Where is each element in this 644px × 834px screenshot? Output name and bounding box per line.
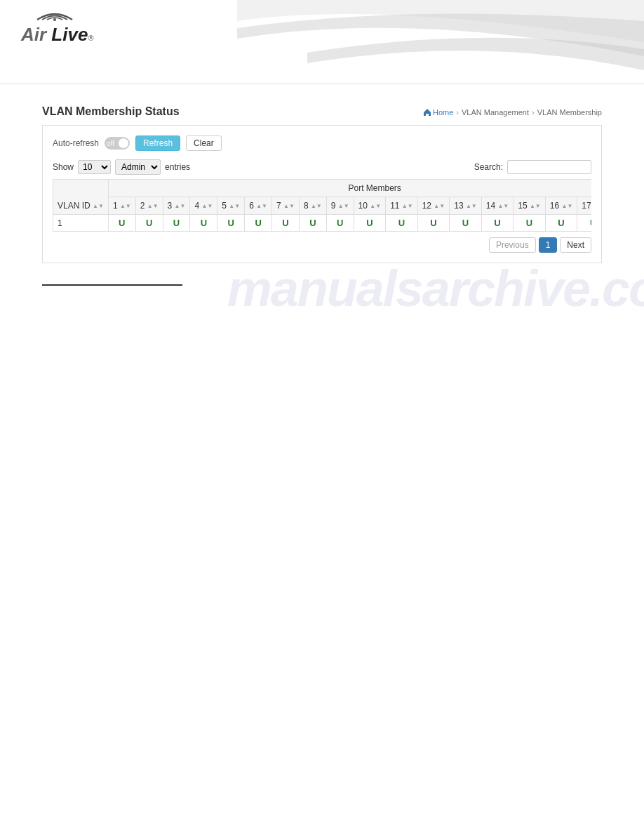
port-cell-13: U <box>481 215 514 232</box>
port-u-icon: U <box>558 218 564 228</box>
pagination-row: Previous 1 Next <box>53 237 591 253</box>
port-sort-icon-2[interactable]: ▲▼ <box>147 203 159 209</box>
th-port-6: 6 ▲▼ <box>245 197 272 215</box>
table-body: 1UUUUUUUUUUUUUUUUUU <box>53 215 592 232</box>
th-port-8: 8 ▲▼ <box>299 197 326 215</box>
port-cell-14: U <box>514 215 546 232</box>
home-link[interactable]: Home <box>433 108 453 117</box>
th-port-1: 1 ▲▼ <box>108 197 135 215</box>
th-port-12: 12 ▲▼ <box>417 197 450 215</box>
port-u-icon: U <box>494 218 500 228</box>
watermark: manualsarchive.com <box>227 260 644 317</box>
port-cell-9: U <box>354 215 386 232</box>
previous-button[interactable]: Previous <box>489 237 536 253</box>
port-sort-icon-6[interactable]: ▲▼ <box>256 203 267 209</box>
port-u-icon: U <box>309 218 316 228</box>
home-icon: Home <box>423 108 453 117</box>
th-port-members: Port Members <box>108 180 591 197</box>
port-sort-icon-1[interactable]: ▲▼ <box>120 203 131 209</box>
port-sort-icon-14[interactable]: ▲▼ <box>497 203 509 209</box>
auto-refresh-label: Auto-refresh <box>53 138 99 148</box>
wifi-waves-icon <box>34 7 76 21</box>
th-port-17: 17 ▲▼ <box>577 197 591 215</box>
port-cell-1: U <box>135 215 163 232</box>
port-cell-6: U <box>272 215 300 232</box>
clear-button[interactable]: Clear <box>186 135 222 151</box>
port-u-icon: U <box>282 218 288 228</box>
port-sort-icon-8[interactable]: ▲▼ <box>311 203 322 209</box>
th-port-10: 10 ▲▼ <box>354 197 386 215</box>
breadcrumb-sep-1: › <box>456 108 459 117</box>
port-cell-11: U <box>417 215 450 232</box>
search-input[interactable] <box>507 160 591 174</box>
filter-row: Show 10 25 50 100 Admin entries Search: <box>53 159 591 175</box>
port-sort-icon-13[interactable]: ▲▼ <box>466 203 477 209</box>
th-port-4: 4 ▲▼ <box>190 197 217 215</box>
breadcrumb-vlan-membership: VLAN Membership <box>537 108 602 117</box>
search-row: Search: <box>474 160 591 174</box>
th-port-9: 9 ▲▼ <box>326 197 354 215</box>
port-u-icon: U <box>366 218 373 228</box>
port-u-icon: U <box>255 218 261 228</box>
next-button[interactable]: Next <box>560 237 591 253</box>
page-title: VLAN Membership Status <box>42 105 180 118</box>
controls-row: Auto-refresh off Refresh Clear <box>53 135 591 151</box>
breadcrumb-vlan-management: VLAN Management <box>462 108 529 117</box>
th-port-3: 3 ▲▼ <box>163 197 190 215</box>
port-sort-icon-4[interactable]: ▲▼ <box>201 203 213 209</box>
port-sort-icon-10[interactable]: ▲▼ <box>370 203 381 209</box>
main-content: manualsarchive.com VLAN Membership Statu… <box>0 84 644 307</box>
port-sort-icon-11[interactable]: ▲▼ <box>402 203 413 209</box>
port-cell-15: U <box>545 215 577 232</box>
port-u-icon: U <box>173 218 180 228</box>
port-u-icon: U <box>590 218 591 228</box>
th-port-13: 13 ▲▼ <box>450 197 482 215</box>
th-vlan-id: VLAN ID ▲▼ <box>53 180 109 215</box>
port-u-icon: U <box>337 218 343 228</box>
port-sort-icon-12[interactable]: ▲▼ <box>434 203 445 209</box>
th-port-2: 2 ▲▼ <box>135 197 163 215</box>
port-sort-icon-15[interactable]: ▲▼ <box>530 203 541 209</box>
port-u-icon: U <box>228 218 234 228</box>
header-decoration <box>237 0 644 84</box>
page-1-button[interactable]: 1 <box>539 237 558 253</box>
refresh-button[interactable]: Refresh <box>135 135 180 151</box>
port-sort-icon-7[interactable]: ▲▼ <box>283 203 295 209</box>
th-port-14: 14 ▲▼ <box>481 197 514 215</box>
logo-area: Air Live ® <box>21 13 94 46</box>
admin-select[interactable]: Admin <box>115 159 161 175</box>
show-entries: Show 10 25 50 100 Admin entries <box>53 159 190 175</box>
port-header-row: 1 ▲▼2 ▲▼3 ▲▼4 ▲▼5 ▲▼6 ▲▼7 ▲▼8 ▲▼9 ▲▼10 ▲… <box>53 197 592 215</box>
port-cell-5: U <box>245 215 272 232</box>
header: Air Live ® <box>0 0 644 84</box>
toggle-off-label: off <box>107 140 114 147</box>
port-cell-2: U <box>163 215 190 232</box>
port-cell-8: U <box>326 215 354 232</box>
footer-line <box>42 284 182 286</box>
table-row: 1UUUUUUUUUUUUUUUUUU <box>53 215 592 232</box>
port-cell-12: U <box>450 215 482 232</box>
th-port-11: 11 ▲▼ <box>386 197 418 215</box>
port-cell-3: U <box>190 215 217 232</box>
port-cell-16: U <box>577 215 591 232</box>
port-cell-7: U <box>299 215 326 232</box>
port-u-icon: U <box>526 218 532 228</box>
th-port-7: 7 ▲▼ <box>272 197 300 215</box>
port-u-icon: U <box>462 218 469 228</box>
port-sort-icon-16[interactable]: ▲▼ <box>561 203 572 209</box>
search-label: Search: <box>474 162 503 172</box>
port-sort-icon-3[interactable]: ▲▼ <box>175 203 186 209</box>
breadcrumb-sep-2: › <box>532 108 535 117</box>
port-cell-10: U <box>386 215 418 232</box>
port-u-icon: U <box>398 218 405 228</box>
vlan-sort-icon[interactable]: ▲▼ <box>93 203 104 209</box>
show-label: Show <box>53 162 74 172</box>
auto-refresh-toggle[interactable]: off <box>105 137 130 150</box>
port-cell-0: U <box>108 215 135 232</box>
port-sort-icon-9[interactable]: ▲▼ <box>338 203 349 209</box>
port-u-icon: U <box>146 218 152 228</box>
panel: Auto-refresh off Refresh Clear Show 10 2… <box>42 125 602 263</box>
logo-text: Air Live <box>21 24 88 46</box>
show-entries-select[interactable]: 10 25 50 100 <box>78 160 111 174</box>
port-sort-icon-5[interactable]: ▲▼ <box>229 203 240 209</box>
